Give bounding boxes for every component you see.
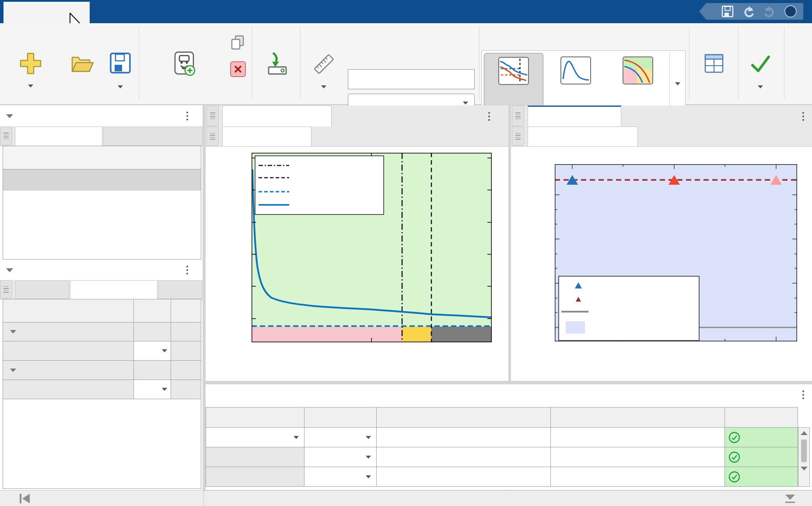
threshold-cell[interactable]	[376, 467, 551, 487]
threshold-cell[interactable]	[376, 447, 551, 467]
panel-menu-icon[interactable]	[802, 112, 805, 121]
units-dropdown[interactable]	[304, 467, 377, 487]
default-layout-icon	[702, 51, 726, 80]
col-parameter	[3, 299, 134, 323]
param-cell	[171, 380, 201, 399]
precipitation-type-dropdown[interactable]	[133, 380, 171, 399]
metric-button[interactable]	[304, 51, 344, 91]
undo-icon[interactable]	[742, 5, 755, 18]
export-button[interactable]	[739, 51, 781, 91]
scrollbar-thumb[interactable]	[801, 439, 807, 462]
free-space-dropdown[interactable]	[133, 341, 171, 361]
result-value-cell	[724, 427, 798, 447]
param-cell	[171, 341, 201, 361]
snr-vs-range-icon	[498, 57, 529, 85]
results-col-radar	[724, 407, 798, 428]
tab-scenario-geometry[interactable]	[528, 126, 638, 146]
doc-tab-bar	[511, 105, 812, 127]
export-check-icon	[748, 51, 773, 80]
tab-environment[interactable]	[70, 280, 158, 299]
param-cell	[133, 322, 171, 341]
new-session-button[interactable]	[6, 51, 55, 91]
import-button[interactable]	[257, 51, 297, 80]
objective-cell[interactable]	[550, 467, 725, 487]
gallery-more-arrow-icon[interactable]	[675, 82, 680, 85]
pd-constraint-input[interactable]	[348, 69, 475, 89]
param-row-precipitation-type[interactable]	[3, 380, 134, 399]
doc-tab-bar	[206, 105, 508, 127]
result-value-cell	[724, 447, 798, 467]
param-row-group[interactable]	[3, 322, 134, 341]
gallery-item-snr-vs-range[interactable]	[484, 53, 543, 114]
statusbar-divider	[203, 491, 204, 506]
name-column-header[interactable]	[3, 146, 201, 169]
drag-handle[interactable]	[206, 105, 219, 126]
collapse-row-icon[interactable]	[10, 330, 16, 334]
dropdown-arrow-icon	[366, 475, 371, 478]
tab-radar-comparison[interactable]	[222, 105, 332, 126]
scenario-geometry-plot[interactable]	[555, 164, 797, 341]
ribbon-divider	[689, 27, 690, 99]
sub-tab-bar	[511, 126, 812, 147]
tab-radar-library[interactable]	[15, 126, 102, 146]
objective-cell[interactable]	[550, 447, 725, 467]
tab-radar[interactable]	[15, 280, 69, 299]
copy-icon[interactable]	[228, 34, 248, 53]
import-icon	[264, 51, 290, 80]
tab-target[interactable]	[158, 280, 202, 299]
tab-antenna-library[interactable]	[103, 126, 202, 146]
save-session-button[interactable]	[107, 51, 134, 91]
snr-chart-plot[interactable]	[252, 153, 492, 342]
open-session-button[interactable]	[56, 51, 107, 80]
scroll-down-icon[interactable]	[801, 467, 808, 471]
gallery-item-cnr-vs-range[interactable]	[546, 53, 606, 114]
param-row-free-space[interactable]	[3, 341, 134, 361]
horizontal-splitter[interactable]	[206, 381, 812, 384]
snr-legend-box	[255, 156, 384, 214]
threshold-cell[interactable]	[376, 427, 551, 447]
add-automotive-radar-button[interactable]	[144, 51, 224, 80]
param-row-group[interactable]	[3, 360, 134, 380]
status-bar	[0, 490, 812, 506]
dropdown-arrow-icon	[321, 85, 326, 88]
panel-menu-icon[interactable]	[186, 112, 189, 120]
default-layout-button[interactable]	[691, 51, 737, 80]
ribbon-divider	[300, 27, 301, 99]
help-icon[interactable]	[784, 5, 797, 18]
collapse-section-icon[interactable]	[6, 268, 13, 272]
results-col-metric	[206, 407, 304, 428]
tab-snr-vs-range[interactable]	[222, 126, 312, 146]
collapse-row-icon[interactable]	[10, 369, 16, 372]
radar-list-item[interactable]	[3, 169, 201, 190]
results-col-objective	[550, 407, 725, 428]
tab-selected-radar[interactable]	[528, 105, 621, 126]
units-dropdown[interactable]	[304, 427, 377, 447]
panel-menu-icon[interactable]	[186, 266, 189, 274]
delete-icon[interactable]	[229, 60, 247, 78]
metric-dropdown[interactable]	[206, 467, 304, 487]
drag-handle[interactable]	[0, 126, 12, 145]
redo-icon[interactable]	[763, 5, 776, 18]
units-dropdown[interactable]	[304, 447, 377, 467]
metric-dropdown[interactable]	[206, 447, 304, 467]
drag-handle[interactable]	[512, 105, 524, 126]
panel-menu-icon[interactable]	[802, 390, 805, 399]
collapse-bottom-panel-icon[interactable]	[782, 493, 798, 505]
save-icon[interactable]	[721, 5, 734, 18]
results-scrollbar[interactable]	[798, 427, 810, 487]
drag-handle[interactable]	[206, 126, 219, 146]
drag-handle[interactable]	[0, 280, 12, 299]
panel-menu-icon[interactable]	[488, 112, 490, 121]
dropdown-arrow-icon	[162, 349, 167, 352]
drag-handle[interactable]	[512, 126, 524, 146]
vertical-splitter[interactable]	[203, 104, 206, 490]
scroll-up-icon[interactable]	[801, 431, 808, 435]
collapse-left-panel-icon[interactable]	[18, 493, 33, 504]
objective-cell[interactable]	[550, 427, 725, 447]
param-cell	[171, 322, 201, 341]
gallery-item-pd-vs-range[interactable]	[608, 53, 668, 114]
collapse-section-icon[interactable]	[6, 114, 13, 118]
quick-access-toolbar	[699, 3, 803, 20]
metric-ruler-icon	[311, 51, 336, 80]
metric-dropdown[interactable]	[206, 427, 304, 447]
